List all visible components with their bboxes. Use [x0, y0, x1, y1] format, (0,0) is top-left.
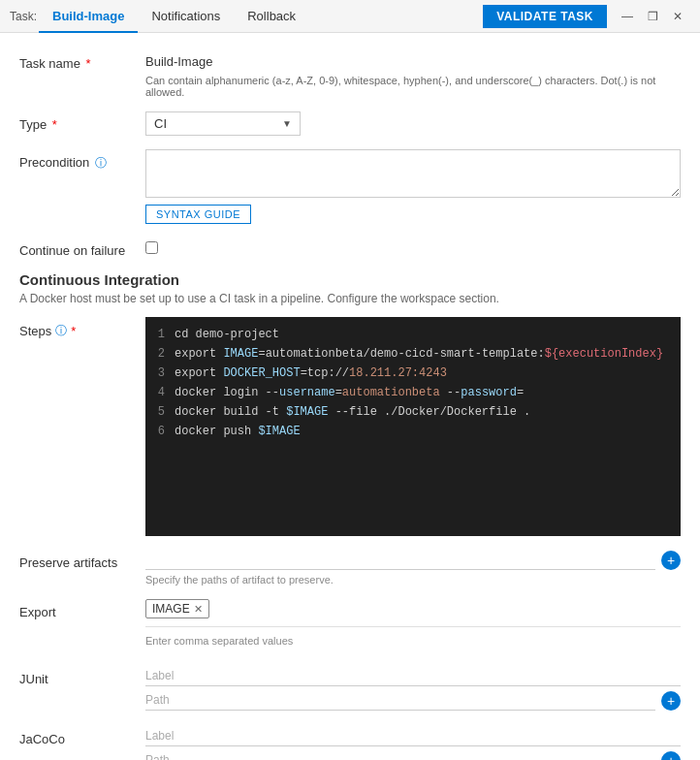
continue-on-failure-control [145, 238, 681, 254]
preserve-artifacts-add-button[interactable]: + [661, 551, 681, 570]
content-area: Task name * Build-Image Can contain alph… [0, 33, 700, 760]
precondition-row: Precondition ⓘ SYNTAX GUIDE [19, 149, 681, 224]
continue-on-failure-label: Continue on failure [19, 238, 145, 258]
preserve-artifacts-row: Preserve artifacts + Specify the paths o… [19, 550, 681, 586]
task-prefix-label: Task: [10, 10, 37, 23]
type-required: * [52, 117, 57, 132]
continue-on-failure-checkbox[interactable] [145, 241, 158, 254]
export-row: Export IMAGE ✕ Enter comma separated val… [19, 599, 681, 652]
type-label: Type * [19, 111, 145, 132]
export-tag-image: IMAGE ✕ [145, 599, 209, 618]
steps-label: Steps ⓘ * [19, 317, 145, 339]
export-label: Export [19, 599, 145, 619]
ci-section-subtitle: A Docker host must be set up to use a CI… [19, 292, 681, 305]
steps-required: * [71, 324, 76, 338]
header: Task: Build-Image Notifications Rollback… [0, 0, 700, 33]
continue-on-failure-row: Continue on failure [19, 238, 681, 258]
code-line-3: 3 export DOCKER_HOST=tcp://18.211.27:424… [145, 364, 681, 383]
task-name-required: * [86, 56, 91, 71]
junit-path-row: + [145, 690, 681, 711]
ci-section: Continuous Integration A Docker host mus… [19, 271, 681, 305]
code-line-1: 1 cd demo-project [145, 325, 681, 344]
minimize-button[interactable]: — [615, 4, 640, 29]
task-name-row: Task name * Build-Image Can contain alph… [19, 50, 681, 98]
tab-notifications[interactable]: Notifications [138, 0, 234, 33]
task-name-value: Build-Image [145, 50, 681, 73]
task-name-control: Build-Image Can contain alphanumeric (a-… [145, 50, 681, 98]
steps-code-editor[interactable]: 1 cd demo-project 2 export IMAGE=automat… [145, 317, 681, 536]
close-button[interactable]: ✕ [665, 4, 690, 29]
export-tags: IMAGE ✕ [145, 599, 681, 618]
preserve-artifacts-hint: Specify the paths of artifact to preserv… [145, 574, 681, 586]
jacoco-row: JaCoCo + [19, 726, 681, 760]
junit-control: + [145, 666, 681, 712]
jacoco-label: JaCoCo [19, 726, 145, 746]
export-divider [145, 626, 681, 627]
type-select-value: CI [154, 116, 167, 131]
restore-button[interactable]: ❒ [640, 4, 665, 29]
junit-label: JUnit [19, 666, 145, 686]
steps-control: 1 cd demo-project 2 export IMAGE=automat… [145, 317, 681, 536]
steps-info-icon[interactable]: ⓘ [55, 323, 67, 339]
ci-section-title: Continuous Integration [19, 271, 681, 288]
steps-row: Steps ⓘ * 1 cd demo-project 2 export IMA… [19, 317, 681, 536]
jacoco-label-input[interactable] [145, 726, 681, 746]
task-name-label: Task name * [19, 50, 145, 71]
code-line-4: 4 docker login --username=automationbeta… [145, 383, 681, 402]
junit-row: JUnit + [19, 666, 681, 712]
export-tag-close-icon[interactable]: ✕ [194, 603, 203, 616]
chevron-down-icon: ▼ [282, 118, 292, 129]
tab-rollback[interactable]: Rollback [234, 0, 309, 33]
artifacts-input-row: + [145, 550, 681, 570]
precondition-info-icon[interactable]: ⓘ [95, 156, 107, 170]
type-control: CI ▼ [145, 111, 681, 136]
syntax-guide-button[interactable]: SYNTAX GUIDE [145, 205, 251, 224]
validate-task-button[interactable]: VALIDATE TASK [483, 5, 607, 28]
continue-on-failure-checkbox-wrap [145, 238, 681, 254]
export-comma-hint: Enter comma separated values [145, 635, 681, 647]
precondition-label: Precondition ⓘ [19, 149, 145, 172]
window-controls: — ❒ ✕ [615, 4, 690, 29]
preserve-artifacts-input[interactable] [145, 550, 655, 570]
code-line-6: 6 docker push $IMAGE [145, 422, 681, 441]
code-line-2: 2 export IMAGE=automationbeta/demo-cicd-… [145, 344, 681, 364]
code-line-5: 5 docker build -t $IMAGE --file ./Docker… [145, 402, 681, 422]
task-name-hint: Can contain alphanumeric (a-z, A-Z, 0-9)… [145, 75, 681, 98]
jacoco-control: + [145, 726, 681, 760]
precondition-textarea[interactable] [145, 149, 681, 198]
jacoco-path-input[interactable] [145, 750, 655, 760]
jacoco-add-button[interactable]: + [661, 751, 681, 761]
junit-label-input[interactable] [145, 666, 681, 686]
export-tag-label: IMAGE [152, 602, 190, 616]
jacoco-path-row: + [145, 750, 681, 760]
preserve-artifacts-label: Preserve artifacts [19, 550, 145, 570]
type-select[interactable]: CI ▼ [145, 111, 301, 136]
junit-path-input[interactable] [145, 690, 655, 711]
preserve-artifacts-control: + Specify the paths of artifact to prese… [145, 550, 681, 586]
junit-add-button[interactable]: + [661, 691, 681, 711]
export-control: IMAGE ✕ Enter comma separated values [145, 599, 681, 652]
precondition-control: SYNTAX GUIDE [145, 149, 681, 224]
type-row: Type * CI ▼ [19, 111, 681, 136]
tab-build-image[interactable]: Build-Image [39, 0, 138, 33]
